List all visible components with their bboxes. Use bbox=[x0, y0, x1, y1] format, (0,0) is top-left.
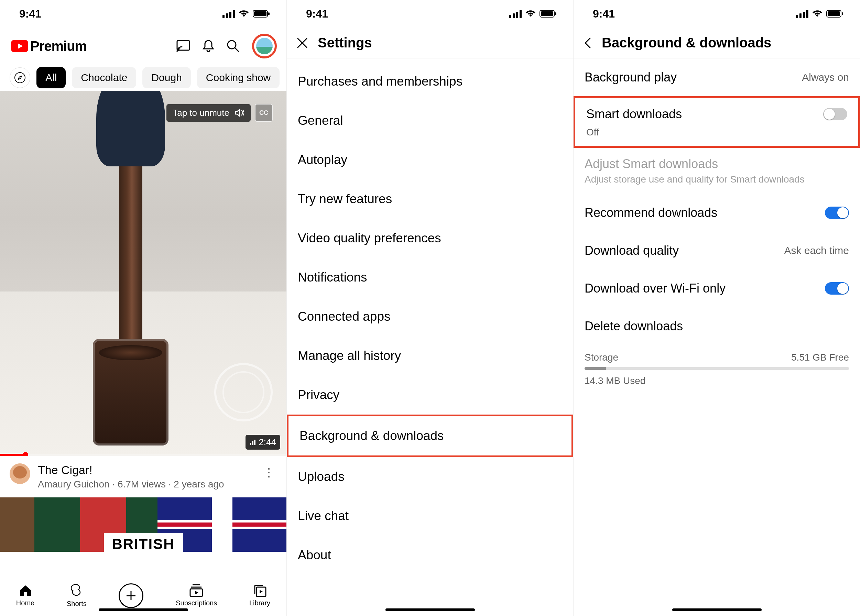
closed-captions[interactable]: CC bbox=[255, 104, 273, 122]
screen-settings: 9:41 Settings Purchases and memberships … bbox=[287, 0, 573, 616]
video-duration: 2:44 bbox=[246, 435, 280, 449]
wifi-icon bbox=[238, 9, 249, 18]
subscriptions-icon bbox=[189, 584, 203, 597]
option-wifi-only[interactable]: Download over Wi-Fi only bbox=[573, 269, 860, 307]
svg-rect-31 bbox=[800, 13, 801, 18]
status-indicators bbox=[796, 9, 844, 18]
settings-item-background-downloads-highlighted[interactable]: Background & downloads bbox=[287, 415, 573, 457]
wifi-label: Download over Wi-Fi only bbox=[584, 281, 726, 295]
home-indicator[interactable] bbox=[99, 608, 188, 611]
app-header: Premium bbox=[0, 27, 286, 64]
back-icon[interactable] bbox=[583, 37, 592, 49]
duration-text: 2:44 bbox=[258, 437, 276, 448]
storage-free: 5.51 GB Free bbox=[791, 352, 849, 363]
status-bar: 9:41 bbox=[0, 0, 286, 27]
nav-create[interactable] bbox=[119, 583, 143, 608]
status-time: 9:41 bbox=[19, 8, 41, 20]
video-metadata[interactable]: The Cigar! Amaury Guichon · 6.7M views ·… bbox=[0, 456, 286, 497]
svg-rect-22 bbox=[513, 13, 515, 18]
settings-item-about[interactable]: About bbox=[287, 536, 573, 575]
nav-shorts[interactable]: Shorts bbox=[67, 583, 87, 608]
chip-all[interactable]: All bbox=[36, 67, 66, 88]
svg-rect-2 bbox=[229, 12, 231, 18]
video-thumbnail[interactable]: Tap to unmute CC 2:44 bbox=[0, 91, 286, 456]
library-icon bbox=[253, 584, 266, 597]
settings-item-uploads[interactable]: Uploads bbox=[287, 457, 573, 497]
signal-icon bbox=[250, 439, 256, 445]
svg-rect-35 bbox=[828, 11, 840, 16]
nav-library[interactable]: Library bbox=[249, 584, 270, 607]
quality-value: Ask each time bbox=[784, 245, 849, 256]
logo-text: Premium bbox=[30, 39, 87, 54]
status-indicators bbox=[509, 9, 557, 18]
avatar-icon bbox=[256, 38, 273, 54]
settings-item-privacy[interactable]: Privacy bbox=[287, 376, 573, 415]
home-indicator[interactable] bbox=[386, 608, 475, 611]
compass-icon bbox=[14, 72, 26, 83]
svg-rect-24 bbox=[519, 10, 522, 18]
second-video-thumbnail[interactable]: BRITISH bbox=[0, 497, 286, 552]
status-time: 9:41 bbox=[593, 8, 615, 20]
page-title: Background & downloads bbox=[602, 35, 771, 50]
video-subtitle: Amaury Guichon · 6.7M views · 2 years ag… bbox=[38, 479, 253, 490]
youtube-premium-logo[interactable]: Premium bbox=[11, 39, 87, 54]
bell-icon[interactable] bbox=[203, 39, 214, 53]
profile-avatar-highlighted[interactable] bbox=[252, 34, 277, 58]
settings-item-history[interactable]: Manage all history bbox=[287, 336, 573, 376]
status-indicators bbox=[222, 9, 270, 18]
chip-chocolate[interactable]: Chocolate bbox=[72, 67, 136, 88]
nav-subscriptions[interactable]: Subscriptions bbox=[176, 584, 217, 607]
status-bar: 9:41 bbox=[573, 0, 860, 27]
video-title: The Cigar! bbox=[38, 464, 253, 477]
chip-cooking[interactable]: Cooking show bbox=[197, 67, 280, 88]
close-icon[interactable] bbox=[296, 37, 308, 49]
wifi-toggle[interactable] bbox=[825, 282, 849, 295]
svg-rect-30 bbox=[796, 15, 798, 18]
search-icon[interactable] bbox=[227, 39, 240, 53]
settings-item-video-quality[interactable]: Video quality preferences bbox=[287, 218, 573, 258]
tap-to-unmute[interactable]: Tap to unmute bbox=[167, 104, 251, 122]
cellular-icon bbox=[796, 9, 808, 18]
muted-icon bbox=[234, 108, 244, 118]
recommend-toggle[interactable] bbox=[825, 207, 849, 219]
svg-rect-36 bbox=[842, 13, 843, 15]
option-smart-downloads-highlighted[interactable]: Smart downloads Off bbox=[573, 96, 860, 148]
settings-item-general[interactable]: General bbox=[287, 101, 573, 140]
option-download-quality[interactable]: Download quality Ask each time bbox=[573, 232, 860, 269]
svg-rect-1 bbox=[226, 13, 228, 18]
storage-label: Storage bbox=[584, 352, 618, 363]
option-background-play[interactable]: Background play Always on bbox=[573, 58, 860, 96]
svg-rect-6 bbox=[268, 13, 269, 15]
home-icon bbox=[19, 584, 32, 597]
youtube-icon bbox=[11, 40, 28, 52]
explore-chip[interactable] bbox=[9, 68, 30, 88]
settings-item-live-chat[interactable]: Live chat bbox=[287, 497, 573, 536]
storage-bar bbox=[584, 367, 849, 370]
second-video-label: BRITISH bbox=[104, 533, 183, 552]
channel-avatar[interactable] bbox=[9, 464, 30, 484]
smart-downloads-toggle[interactable] bbox=[823, 108, 847, 120]
screen-youtube-home: 9:41 Premium All Chocolate Dough Cooking… bbox=[0, 0, 287, 616]
screen-background-downloads: 9:41 Background & downloads Background p… bbox=[573, 0, 860, 616]
video-info: The Cigar! Amaury Guichon · 6.7M views ·… bbox=[38, 464, 253, 490]
settings-item-notifications[interactable]: Notifications bbox=[287, 258, 573, 297]
settings-item-connected-apps[interactable]: Connected apps bbox=[287, 297, 573, 336]
svg-rect-23 bbox=[516, 12, 518, 18]
settings-item-purchases[interactable]: Purchases and memberships bbox=[287, 62, 573, 101]
svg-point-11 bbox=[15, 72, 25, 83]
settings-list: Purchases and memberships General Autopl… bbox=[287, 58, 573, 616]
cast-icon[interactable] bbox=[176, 40, 190, 52]
video-progress[interactable] bbox=[0, 454, 286, 456]
cellular-icon bbox=[509, 9, 522, 18]
settings-item-try-new[interactable]: Try new features bbox=[287, 179, 573, 218]
more-options-icon[interactable]: ⋮ bbox=[261, 464, 277, 481]
option-recommend-downloads[interactable]: Recommend downloads bbox=[573, 194, 860, 232]
battery-icon bbox=[540, 9, 557, 18]
bg-play-label: Background play bbox=[584, 70, 677, 85]
delete-label: Delete downloads bbox=[584, 319, 683, 333]
settings-item-autoplay[interactable]: Autoplay bbox=[287, 140, 573, 179]
option-delete-downloads[interactable]: Delete downloads bbox=[573, 307, 860, 345]
nav-home[interactable]: Home bbox=[16, 584, 35, 607]
chip-dough[interactable]: Dough bbox=[142, 67, 190, 88]
home-indicator[interactable] bbox=[672, 608, 762, 611]
